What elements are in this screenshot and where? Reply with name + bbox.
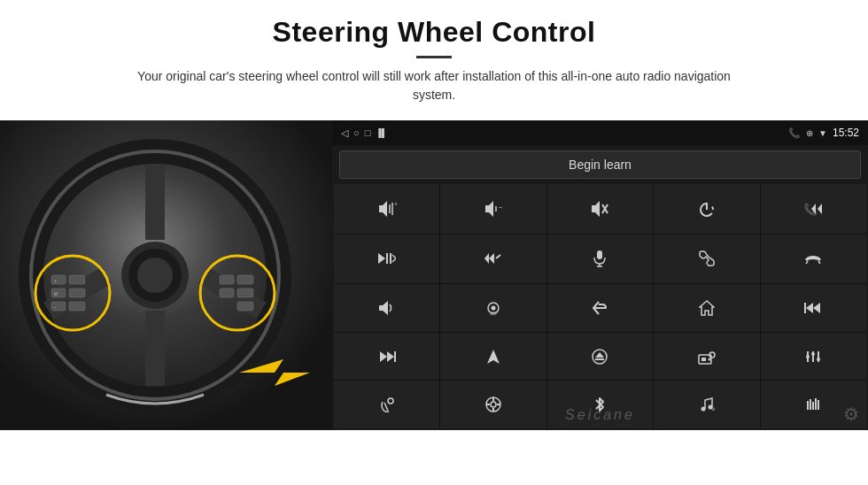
svg-rect-66	[394, 351, 396, 362]
svg-line-46	[392, 258, 396, 262]
svg-marker-62	[813, 303, 820, 313]
mic-btn[interactable]	[547, 235, 653, 284]
back-icon	[592, 301, 608, 315]
svg-marker-41	[818, 204, 822, 214]
svg-rect-99	[818, 400, 819, 410]
home-nav-icon[interactable]: ○	[353, 127, 360, 138]
nav-btn[interactable]	[440, 333, 546, 381]
svg-marker-48	[489, 253, 494, 264]
prev-track-btn[interactable]	[761, 284, 866, 332]
svg-text:!: !	[391, 304, 392, 310]
svg-point-58	[492, 305, 496, 310]
svg-rect-23	[237, 275, 253, 284]
svg-rect-96	[810, 399, 811, 410]
svg-marker-31	[485, 201, 493, 217]
statusbar-right: 📞 ⊕ ▼ 15:52	[788, 127, 859, 139]
svg-marker-65	[380, 351, 387, 362]
eject-icon	[592, 349, 608, 365]
end-call-icon	[804, 252, 822, 265]
svg-marker-42	[378, 253, 385, 264]
skip-next-btn[interactable]	[334, 235, 439, 284]
home-btn[interactable]	[654, 284, 759, 332]
photo-panel: + M -	[0, 120, 332, 430]
svg-point-85	[388, 398, 393, 404]
android-statusbar: ◁ ○ □ ▐▌ 📞 ⊕ ▼ 15:52	[332, 120, 868, 145]
gear-settings-btn[interactable]: ⚙	[843, 404, 859, 425]
prev-ff-btn[interactable]	[440, 235, 546, 284]
power-btn[interactable]	[654, 184, 759, 234]
svg-point-9	[137, 258, 173, 293]
svg-marker-55	[379, 301, 388, 315]
settings2-icon	[485, 396, 501, 412]
nav-icon	[486, 349, 500, 365]
seicane-watermark: Seicane	[565, 407, 635, 423]
svg-point-80	[811, 352, 815, 356]
page-title: Steering Wheel Control	[53, 16, 815, 49]
wifi-icon: ▼	[818, 128, 827, 138]
call-icon	[699, 250, 715, 266]
page-wrapper: Steering Wheel Control Your original car…	[0, 0, 868, 485]
svg-text:M: M	[54, 291, 58, 296]
radio-icon	[698, 349, 716, 365]
svg-line-84	[384, 403, 388, 411]
content-row: + M -	[0, 120, 868, 485]
signal-icon: ▐▌	[376, 128, 387, 137]
header-section: Steering Wheel Control Your original car…	[0, 0, 868, 112]
svg-point-87	[491, 402, 496, 407]
recents-nav-icon[interactable]: □	[365, 127, 371, 138]
levels-icon	[805, 397, 821, 412]
radio-btn[interactable]	[654, 333, 759, 381]
svg-text:+: +	[54, 278, 58, 283]
svg-line-45	[392, 255, 396, 258]
svg-line-53	[806, 261, 808, 264]
settings2-btn[interactable]	[440, 381, 546, 428]
mute-btn[interactable]	[547, 184, 653, 234]
phone-icon: 📞	[788, 127, 801, 139]
svg-rect-98	[815, 398, 817, 410]
vol-down-icon: −	[484, 201, 503, 217]
back-btn[interactable]	[547, 284, 653, 332]
vol-up-btn[interactable]: +	[334, 184, 439, 234]
camera-360-btn[interactable]: 360°	[440, 284, 546, 332]
skip-next-icon	[378, 251, 396, 266]
svg-point-83	[817, 358, 820, 361]
svg-marker-34	[592, 201, 600, 217]
mic2-btn[interactable]	[334, 381, 439, 428]
back-nav-icon[interactable]: ◁	[341, 127, 348, 139]
svg-rect-73	[701, 358, 706, 361]
svg-marker-61	[806, 303, 813, 313]
svg-rect-70	[595, 358, 604, 360]
svg-rect-95	[807, 401, 809, 410]
svg-point-74	[708, 358, 710, 360]
eq-btn[interactable]	[761, 333, 866, 381]
android-panel: ◁ ○ □ ▐▌ 📞 ⊕ ▼ 15:52 Begin learn	[332, 120, 868, 430]
mic-icon	[593, 250, 607, 267]
horn-btn[interactable]: !	[334, 284, 439, 332]
music-icon: ⚙	[699, 396, 715, 412]
skip-fwd-btn[interactable]	[334, 333, 439, 381]
svg-rect-15	[69, 289, 85, 297]
subtitle: Your original car's steering wheel contr…	[124, 67, 744, 104]
eject-btn[interactable]	[547, 333, 653, 381]
svg-marker-47	[484, 253, 489, 264]
svg-text:📞: 📞	[803, 202, 818, 216]
begin-learn-bar[interactable]: Begin learn	[339, 150, 861, 179]
vol-up-icon: +	[377, 201, 397, 217]
vol-down-btn[interactable]: −	[440, 184, 546, 234]
svg-rect-44	[390, 253, 391, 264]
time-display: 15:52	[833, 127, 859, 139]
svg-rect-63	[804, 303, 806, 313]
call-btn[interactable]	[654, 235, 759, 284]
svg-rect-21	[220, 275, 234, 284]
end-call-btn[interactable]	[761, 235, 866, 284]
svg-text:⚙: ⚙	[711, 406, 715, 412]
phone-prev-btn[interactable]: 📞	[761, 184, 866, 234]
home-icon	[699, 300, 715, 316]
svg-marker-64	[387, 351, 394, 362]
svg-rect-25	[237, 302, 253, 311]
title-divider	[416, 56, 452, 58]
steering-wheel-bg: + M -	[0, 120, 332, 430]
skip-fwd-icon	[378, 350, 396, 363]
music-btn[interactable]: ⚙	[654, 381, 759, 428]
svg-rect-24	[237, 289, 253, 297]
